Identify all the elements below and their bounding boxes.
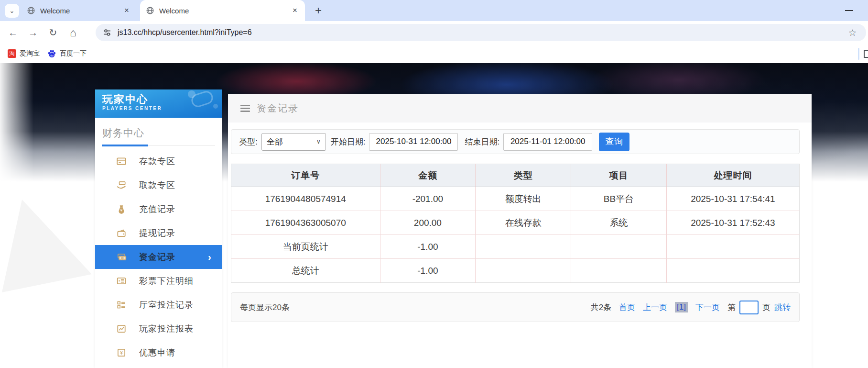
- column-header: 金额: [380, 164, 476, 187]
- address-bar[interactable]: js13.cc/hhcp/usercenter.html?iniType=6 ☆: [96, 24, 866, 41]
- bookmark-baidu[interactable]: du 百度一下: [47, 49, 87, 58]
- tab-label: Welcome: [159, 7, 291, 15]
- table-cell: 当前页统计: [231, 235, 380, 259]
- globe-icon: [146, 6, 154, 15]
- home-icon: ⌂: [70, 26, 76, 39]
- table-cell: 2025-10-31 17:54:41: [666, 187, 799, 211]
- taobao-icon: 淘: [8, 49, 16, 58]
- sidebar-item-label: 优惠申请: [139, 347, 175, 358]
- first-page-link[interactable]: 首页: [619, 302, 635, 313]
- site-settings-icon[interactable]: [102, 28, 112, 37]
- reload-button[interactable]: ↻: [45, 24, 61, 41]
- table-cell: [476, 259, 571, 283]
- sidebar-item-1[interactable]: 取款专区: [95, 173, 222, 197]
- jump-button[interactable]: 跳转: [774, 302, 791, 313]
- jump-suffix-label: 页: [762, 302, 770, 313]
- bookmark-taobao[interactable]: 淘 爱淘宝: [8, 49, 40, 58]
- pagination-bar: 每页显示20条 共2条 首页 上一页 [1] 下一页 第 页 跳转: [231, 292, 800, 322]
- page-title: 资金记录: [257, 102, 299, 115]
- records-table: 订单号金额类型项目处理时间 1761904480574914-201.00额度转…: [231, 164, 800, 283]
- sidebar-menu: 存款专区取款专区¥充值记录提现记录资金记录›彩票下注明细厅室投注记录玩家投注报表…: [95, 149, 222, 365]
- next-page-link[interactable]: 下一页: [695, 302, 720, 313]
- filter-bar: 类型: 全部 ∨ 开始日期: 结束日期: 查询: [231, 129, 800, 154]
- table-cell: 2025-10-31 17:52:43: [666, 211, 799, 235]
- sidebar-item-0[interactable]: 存款专区: [95, 149, 222, 173]
- hamburger-icon[interactable]: [240, 105, 250, 112]
- bookmarks-divider: [858, 48, 859, 60]
- table-cell: 200.00: [380, 211, 476, 235]
- chevron-down-icon: ∨: [316, 138, 321, 145]
- close-icon[interactable]: ×: [122, 6, 131, 15]
- sidebar-item-2[interactable]: ¥充值记录: [95, 197, 222, 221]
- start-date-input[interactable]: [369, 133, 458, 151]
- sidebar-subtitle: PLAYERS CENTER: [102, 106, 222, 111]
- forward-arrow-icon: →: [28, 27, 38, 38]
- search-button[interactable]: 查询: [599, 133, 629, 151]
- reload-icon: ↻: [49, 27, 57, 38]
- column-header: 项目: [571, 164, 667, 187]
- jump-page-input[interactable]: [739, 301, 759, 314]
- column-header: 类型: [476, 164, 571, 187]
- end-date-label: 结束日期:: [465, 136, 499, 147]
- table-cell: -1.00: [380, 235, 476, 259]
- sidebar-banner: 玩家中心 PLAYERS CENTER: [95, 89, 222, 118]
- main-panel: 资金记录 类型: 全部 ∨ 开始日期: 结束日期: 查询 订单号金额类型项目处理…: [228, 94, 812, 368]
- table-row: 当前页统计-1.00: [231, 235, 800, 259]
- tab-strip: ⌄ Welcome × Welcome × +: [0, 0, 868, 21]
- bookmarks-overflow-partial: [864, 50, 868, 58]
- close-icon[interactable]: ×: [291, 6, 299, 15]
- tab-welcome-1[interactable]: Welcome ×: [21, 0, 137, 21]
- sidebar-item-4[interactable]: 资金记录›: [95, 245, 222, 269]
- back-button[interactable]: ←: [5, 24, 21, 41]
- promo-yuan-icon: ¥: [116, 347, 127, 358]
- table-cell: 系统: [571, 211, 667, 235]
- table-cell: 1761904363005070: [231, 211, 380, 235]
- table-cell: [571, 259, 667, 283]
- svg-text:du: du: [50, 54, 53, 56]
- home-button[interactable]: ⌂: [65, 24, 81, 41]
- type-select[interactable]: 全部 ∨: [261, 133, 326, 151]
- sidebar-item-6[interactable]: 厅室投注记录: [95, 293, 222, 317]
- sidebar-item-label: 提现记录: [139, 227, 175, 239]
- report-chart-icon: [116, 323, 127, 334]
- table-cell: 额度转出: [476, 187, 571, 211]
- forward-button[interactable]: →: [25, 24, 41, 41]
- column-header: 订单号: [231, 164, 380, 187]
- table-cell: -1.00: [380, 259, 476, 283]
- table-cell: 总统计: [231, 259, 380, 283]
- tab-search-button[interactable]: ⌄: [5, 4, 19, 18]
- jump-prefix-label: 第: [727, 302, 736, 313]
- table-cell: [476, 235, 571, 259]
- sidebar-item-3[interactable]: 提现记录: [95, 221, 222, 245]
- svg-text:¥: ¥: [120, 208, 123, 212]
- sidebar-item-5[interactable]: 彩票下注明细: [95, 269, 222, 293]
- tab-label: Welcome: [40, 7, 122, 15]
- table-cell: [666, 235, 799, 259]
- per-page-label: 每页显示20条: [240, 302, 290, 313]
- tab-welcome-2-active[interactable]: Welcome ×: [140, 0, 305, 21]
- url-text[interactable]: js13.cc/hhcp/usercenter.html?iniType=6: [118, 28, 846, 37]
- prev-page-link[interactable]: 上一页: [643, 302, 667, 313]
- globe-icon: [27, 6, 35, 15]
- sidebar-item-7[interactable]: 玩家投注报表: [95, 317, 222, 341]
- table-cell: [571, 235, 667, 259]
- panel-header: 资金记录: [228, 94, 812, 123]
- end-date-input[interactable]: [503, 133, 592, 151]
- wallet-icon: [116, 228, 127, 238]
- hall-list-icon: [116, 300, 127, 310]
- sidebar-item-label: 资金记录: [139, 251, 175, 263]
- bookmark-star-icon[interactable]: ☆: [846, 27, 859, 38]
- chevron-right-icon: ›: [208, 252, 211, 263]
- new-tab-button[interactable]: +: [311, 3, 326, 18]
- sidebar-item-label: 存款专区: [139, 156, 175, 167]
- withdraw-hand-icon: [116, 180, 127, 190]
- window-minimize-button[interactable]: [845, 10, 853, 11]
- column-header: 处理时间: [666, 164, 799, 187]
- start-date-label: 开始日期:: [331, 136, 366, 147]
- table-cell: 在线存款: [476, 211, 571, 235]
- sidebar-item-8[interactable]: ¥优惠申请: [95, 341, 222, 365]
- section-underline-accent: [102, 145, 148, 146]
- chevron-down-icon: ⌄: [10, 7, 15, 14]
- type-label: 类型:: [239, 136, 258, 147]
- type-select-value: 全部: [267, 136, 283, 147]
